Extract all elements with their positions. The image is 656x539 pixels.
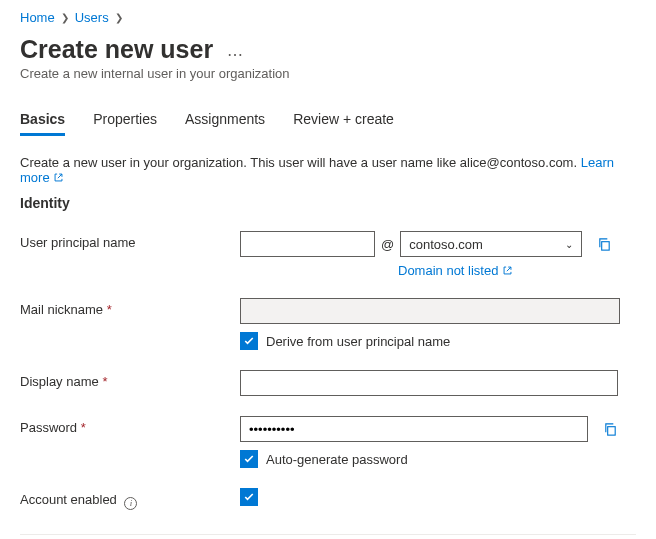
copy-password-button[interactable]: [600, 419, 620, 439]
page-subtitle: Create a new internal user in your organ…: [20, 66, 636, 81]
copy-icon: [603, 422, 618, 437]
breadcrumb-home[interactable]: Home: [20, 10, 55, 25]
mail-nickname-label: Mail nickname *: [20, 298, 240, 317]
domain-select[interactable]: contoso.com ⌄: [400, 231, 582, 257]
row-mail-nickname: Mail nickname * Derive from user princip…: [20, 298, 636, 350]
description: Create a new user in your organization. …: [20, 155, 636, 185]
footer-separator: [20, 534, 636, 535]
chevron-right-icon: ❯: [115, 12, 123, 23]
tab-assignments[interactable]: Assignments: [185, 105, 265, 136]
external-link-icon: [53, 172, 64, 183]
autogen-checkbox[interactable]: [240, 450, 258, 468]
derive-label: Derive from user principal name: [266, 334, 450, 349]
tabs: Basics Properties Assignments Review + c…: [20, 105, 636, 137]
row-password: Password * Auto-generate password: [20, 416, 636, 468]
external-link-icon: [502, 265, 513, 276]
account-enabled-label: Account enabled i: [20, 488, 240, 510]
domain-not-listed-link[interactable]: Domain not listed: [398, 263, 513, 278]
chevron-right-icon: ❯: [61, 12, 69, 23]
display-name-input[interactable]: [240, 370, 618, 396]
breadcrumb-users[interactable]: Users: [75, 10, 109, 25]
row-display-name: Display name *: [20, 370, 636, 396]
upn-input[interactable]: [240, 231, 375, 257]
tab-properties[interactable]: Properties: [93, 105, 157, 136]
chevron-down-icon: ⌄: [565, 239, 573, 250]
more-actions-button[interactable]: ⋯: [227, 45, 243, 64]
svg-rect-0: [601, 241, 609, 249]
display-name-label: Display name *: [20, 370, 240, 389]
password-label: Password *: [20, 416, 240, 435]
info-icon[interactable]: i: [124, 497, 137, 510]
tab-basics[interactable]: Basics: [20, 105, 65, 136]
copy-upn-button[interactable]: [594, 234, 614, 254]
check-icon: [243, 335, 255, 347]
breadcrumb: Home ❯ Users ❯: [20, 10, 636, 25]
mail-nickname-input: [240, 298, 620, 324]
copy-icon: [597, 237, 612, 252]
autogen-label: Auto-generate password: [266, 452, 408, 467]
account-enabled-checkbox[interactable]: [240, 488, 258, 506]
svg-rect-1: [607, 426, 615, 434]
row-upn: User principal name @ contoso.com ⌄ Doma…: [20, 231, 636, 278]
upn-label: User principal name: [20, 231, 240, 250]
identity-heading: Identity: [20, 195, 636, 211]
check-icon: [243, 453, 255, 465]
row-account-enabled: Account enabled i: [20, 488, 636, 514]
derive-checkbox[interactable]: [240, 332, 258, 350]
check-icon: [243, 491, 255, 503]
password-input[interactable]: [240, 416, 588, 442]
tab-review[interactable]: Review + create: [293, 105, 394, 136]
page-title: Create new user: [20, 35, 213, 64]
at-symbol: @: [381, 237, 394, 252]
